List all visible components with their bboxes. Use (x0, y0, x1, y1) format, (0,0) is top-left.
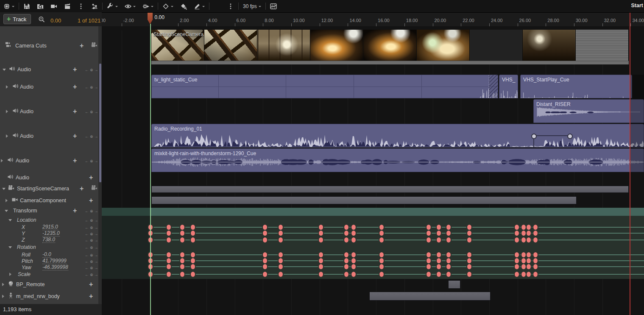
keyframe[interactable] (344, 237, 348, 243)
add-section-button[interactable]: + (89, 281, 93, 288)
add-key-icon[interactable]: ⊕ (90, 253, 94, 257)
volume-key-handle[interactable] (531, 134, 537, 139)
next-key-icon[interactable]: → (94, 159, 98, 163)
keyframe[interactable] (191, 258, 195, 263)
keyframe[interactable] (427, 252, 431, 257)
browse-sequences-button[interactable] (33, 0, 47, 12)
next-key-icon[interactable]: → (94, 231, 98, 236)
add-track-button[interactable]: + Track (3, 14, 31, 24)
playback-options-menu-button[interactable] (139, 0, 157, 12)
keyframe[interactable] (437, 252, 441, 257)
camera-lock-icon[interactable] (91, 42, 97, 50)
expander-collapsed-icon[interactable] (6, 110, 10, 113)
keyframe[interactable] (279, 272, 283, 277)
next-key-icon[interactable]: → (94, 85, 98, 89)
keyframe[interactable] (263, 272, 267, 277)
keyframe[interactable] (427, 225, 431, 230)
keyframe[interactable] (515, 258, 519, 263)
keyframe[interactable] (446, 264, 451, 269)
keyframe[interactable] (527, 258, 531, 263)
camera-cut-thumbnail[interactable] (204, 30, 257, 61)
keyframe[interactable] (527, 237, 531, 243)
object-section-bar[interactable] (369, 292, 491, 301)
expander-expanded-icon[interactable] (3, 69, 6, 72)
prev-key-icon[interactable]: ← (85, 265, 90, 270)
keyframe[interactable] (279, 252, 283, 257)
keyframe[interactable] (446, 231, 451, 236)
camera-cut-thumbnail[interactable] (417, 30, 470, 61)
prev-key-icon[interactable]: ← (85, 218, 90, 223)
keyframe[interactable] (533, 231, 538, 236)
channel-value-field[interactable]: -1235.0 (42, 231, 60, 237)
keyframe[interactable] (437, 258, 441, 263)
object-section-bar[interactable] (448, 280, 460, 289)
keyframe[interactable] (344, 231, 348, 236)
keyframe-nav-buttons[interactable]: ←⊕→ (85, 253, 98, 257)
expander-collapsed-icon[interactable] (1, 159, 5, 162)
keyframe[interactable] (279, 237, 283, 243)
expander-expanded-icon[interactable] (8, 219, 12, 223)
add-key-icon[interactable]: ⊕ (90, 85, 94, 89)
add-section-button[interactable]: + (73, 66, 77, 73)
keyframe[interactable] (521, 252, 526, 257)
keyframe[interactable] (467, 252, 471, 257)
expander-collapsed-icon[interactable] (6, 85, 10, 89)
volume-key-handle[interactable] (567, 134, 573, 139)
track-audio-3[interactable]: Audio+←⊕→ (0, 131, 98, 142)
keyframe[interactable] (521, 272, 526, 277)
keyframe-nav-buttons[interactable]: ←⊕→ (85, 272, 98, 277)
camera-cut-thumbnail[interactable] (363, 30, 416, 61)
keyframe[interactable] (180, 258, 184, 263)
add-section-button[interactable]: + (73, 108, 77, 115)
next-key-icon[interactable]: → (94, 245, 98, 250)
expander-collapsed-icon[interactable] (2, 283, 6, 286)
keyframe[interactable] (279, 231, 283, 236)
keyframe[interactable] (427, 237, 431, 243)
channel-rotation-roll[interactable]: Roll-0.0←⊕→ (0, 252, 98, 258)
scrollbar-thumb[interactable] (99, 64, 101, 182)
keyframe[interactable] (263, 237, 267, 243)
next-key-icon[interactable]: → (94, 209, 98, 213)
channel-rotation[interactable]: Rotation←⊕→ (0, 244, 98, 251)
shot-counter[interactable]: 1 of 1021 (78, 17, 100, 24)
add-key-icon[interactable]: ⊕ (90, 134, 94, 139)
channel-value-field[interactable]: 41.799999 (42, 258, 67, 264)
keyframe-nav-buttons[interactable]: ←⊕→ (85, 259, 98, 264)
camera-cut-thumbnail[interactable] (310, 30, 363, 61)
add-key-icon[interactable]: ⊕ (90, 245, 94, 250)
keyframe[interactable] (533, 264, 538, 269)
add-section-button[interactable]: + (89, 293, 93, 300)
audio-section[interactable]: Distant_RISER (533, 99, 644, 123)
keyframe[interactable] (467, 264, 471, 269)
keyframe[interactable] (351, 237, 356, 243)
keyframe[interactable] (446, 225, 451, 230)
keyframe[interactable] (319, 237, 323, 243)
prev-key-icon[interactable]: ← (85, 67, 90, 72)
keyframe-nav-buttons[interactable]: ←⊕→ (85, 231, 98, 236)
view-options-menu-button[interactable] (121, 0, 139, 12)
next-key-icon[interactable]: → (94, 67, 98, 72)
add-section-button[interactable]: + (80, 42, 84, 49)
keyframe[interactable] (351, 231, 356, 236)
keyframe[interactable] (180, 237, 184, 243)
keyframe[interactable] (319, 225, 323, 230)
channel-value-field[interactable]: -46.399998 (42, 265, 68, 270)
keyframe[interactable] (437, 231, 441, 236)
add-key-icon[interactable]: ⊕ (90, 273, 94, 277)
keyframe[interactable] (180, 252, 184, 257)
keyframe[interactable] (467, 231, 471, 236)
keyframe[interactable] (427, 231, 431, 236)
channel-value-field[interactable]: 738.0 (42, 237, 55, 243)
channel-location-y[interactable]: Y-1235.0←⊕→ (0, 231, 98, 237)
keyframe[interactable] (521, 237, 526, 243)
track-audio-2[interactable]: Audio+←⊕→ (0, 106, 98, 117)
keyframe[interactable] (533, 225, 538, 230)
audio-section[interactable]: VHS_ (499, 75, 518, 98)
keyframe-nav-buttons[interactable]: ←⊕→ (85, 134, 98, 139)
track-bp-remote[interactable]: BP_Remote+ (0, 279, 98, 290)
keyframe[interactable] (379, 252, 384, 257)
render-options-button[interactable] (74, 0, 88, 12)
channel-location-z[interactable]: Z738.0←⊕→ (0, 237, 98, 243)
keyframe[interactable] (191, 264, 195, 269)
camera-cut-thumbnail[interactable] (257, 30, 310, 61)
